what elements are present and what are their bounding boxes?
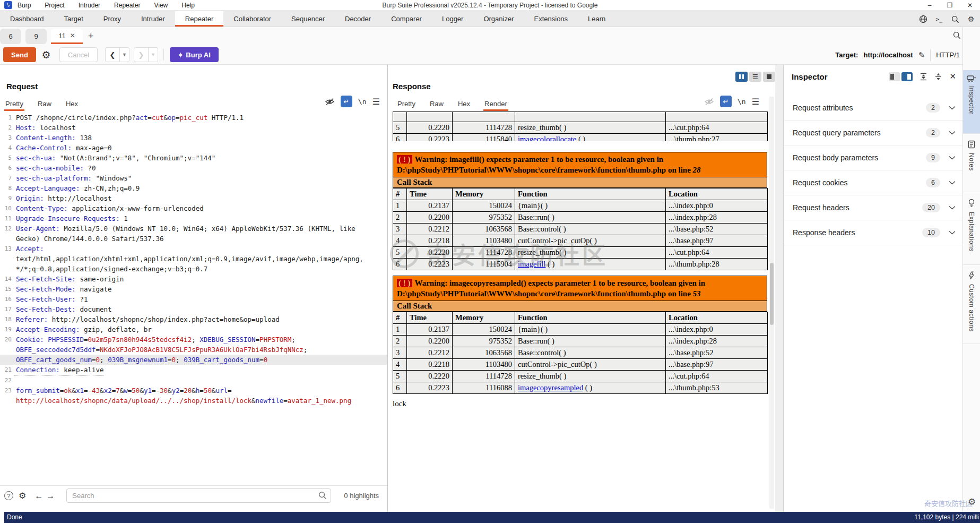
stack-location-cell: ...\base.php:97 <box>666 359 768 371</box>
request-editor[interactable]: 1POST /shopnc/circle/index.php?act=cut&o… <box>0 113 387 484</box>
repeater-tab-6[interactable]: 6 <box>0 29 21 44</box>
globe-icon[interactable] <box>918 14 928 24</box>
tab-extensions[interactable]: Extensions <box>524 11 578 27</box>
inspector-row-request-body-parameters[interactable]: Request body parameters9 <box>784 145 963 170</box>
forward-dropdown-icon[interactable]: ▼ <box>149 47 158 62</box>
menu-project[interactable]: Project <box>45 2 64 9</box>
gear-icon[interactable]: ⚙ <box>966 14 976 24</box>
tab-comparer[interactable]: Comparer <box>381 11 432 27</box>
prev-match-arrow-icon[interactable]: ← <box>34 491 43 501</box>
inspector-row-request-headers[interactable]: Request headers20 <box>784 195 963 220</box>
php-function-link[interactable]: imagecolorallocate <box>518 135 576 141</box>
expand-all-icon[interactable] <box>920 73 927 81</box>
chevron-down-icon[interactable] <box>949 205 956 210</box>
tab-sequencer[interactable]: Sequencer <box>281 11 335 27</box>
next-match-arrow-icon[interactable]: → <box>46 491 55 501</box>
layout-rows-icon[interactable]: ☰ <box>749 72 761 82</box>
inspector-row-response-headers[interactable]: Response headers10 <box>784 220 963 245</box>
response-tab-render[interactable]: Render <box>484 100 507 110</box>
edit-target-pencil-icon[interactable]: ✎ <box>918 50 925 60</box>
inspector-row-request-query-parameters[interactable]: Request query parameters2 <box>784 121 963 145</box>
repeater-tab-11[interactable]: 11✕ <box>51 29 83 44</box>
show-newlines-icon[interactable]: \n <box>358 98 367 106</box>
send-settings-gear-icon[interactable]: ⚙ <box>39 47 53 62</box>
chevron-down-icon[interactable] <box>949 106 956 110</box>
menu-help[interactable]: Help <box>181 2 195 9</box>
chevron-down-icon[interactable] <box>949 156 956 160</box>
settings-gear-icon[interactable]: ⚙ <box>963 496 980 508</box>
chevron-down-icon[interactable] <box>949 181 956 185</box>
strip-tab-explanations[interactable]: Explanations <box>963 194 980 265</box>
response-view-icons: ↵ \n ☰ <box>704 96 759 107</box>
php-function-link[interactable]: imagecopyresampled <box>518 383 583 392</box>
back-dropdown-icon[interactable]: ▼ <box>120 47 129 62</box>
maximize-icon[interactable]: ❐ <box>940 2 960 9</box>
inspector-row-request-cookies[interactable]: Request cookies6 <box>784 170 963 195</box>
response-tab-raw[interactable]: Raw <box>430 100 444 110</box>
tab-organizer[interactable]: Organizer <box>473 11 524 27</box>
search-input[interactable] <box>66 488 331 503</box>
stack-memory-cell: 150024 <box>453 324 515 336</box>
close-inspector-icon[interactable]: ✕ <box>949 72 956 81</box>
layout-single-icon[interactable] <box>763 72 775 82</box>
tab-learn[interactable]: Learn <box>578 11 615 27</box>
close-icon[interactable]: ✕ <box>960 2 980 9</box>
inspector-row-request-attributes[interactable]: Request attributes2 <box>784 96 963 121</box>
collapse-all-icon[interactable] <box>934 73 942 81</box>
editor-menu-icon[interactable]: ☰ <box>752 97 759 107</box>
request-tab-pretty[interactable]: Pretty <box>5 100 23 110</box>
chevron-down-icon[interactable] <box>949 131 956 135</box>
close-tab-icon[interactable]: ✕ <box>70 32 75 39</box>
strip-tab-notes[interactable]: Notes <box>963 136 980 192</box>
show-newlines-icon[interactable]: \n <box>738 98 746 106</box>
tab-decoder[interactable]: Decoder <box>335 11 381 27</box>
tab-target[interactable]: Target <box>54 11 93 27</box>
php-function-link[interactable]: imagefill <box>518 260 545 268</box>
line-content <box>14 375 16 385</box>
menu-repeater[interactable]: Repeater <box>114 2 140 9</box>
request-tab-raw[interactable]: Raw <box>38 100 51 110</box>
response-tab-pretty[interactable]: Pretty <box>397 100 415 110</box>
tab-logger[interactable]: Logger <box>432 11 473 27</box>
hide-matches-icon[interactable] <box>325 98 335 106</box>
php-warning-block: ( ! )Warning: imagecopyresampled() expec… <box>393 276 767 394</box>
forward-button[interactable]: ❯ <box>134 47 149 62</box>
strip-tab-custom-actions[interactable]: Custom actions <box>963 267 980 344</box>
repeater-tab-9[interactable]: 9 <box>25 29 47 44</box>
hide-matches-icon[interactable] <box>704 98 714 106</box>
tab-repeater[interactable]: Repeater <box>175 11 223 27</box>
menu-view[interactable]: View <box>154 2 168 9</box>
layout-columns-icon[interactable] <box>735 72 748 82</box>
dock-right-icon[interactable] <box>901 72 913 81</box>
tab-collaborator[interactable]: Collaborator <box>223 11 281 27</box>
menu-burp[interactable]: Burp <box>18 2 31 9</box>
soft-wrap-icon[interactable]: ↵ <box>341 96 352 107</box>
request-line: Gecko) Chrome/144.0.0.0 Safari/537.36 <box>0 234 387 244</box>
editor-menu-icon[interactable]: ☰ <box>372 97 380 107</box>
request-tab-hex[interactable]: Hex <box>66 100 78 110</box>
menu-intruder[interactable]: Intruder <box>79 2 100 9</box>
panel-splitter[interactable] <box>775 65 784 512</box>
response-scrollbar[interactable] <box>769 97 774 509</box>
tab-dashboard[interactable]: Dashboard <box>0 11 54 27</box>
back-button[interactable]: ❮ <box>105 47 120 62</box>
search-icon[interactable] <box>953 31 961 39</box>
add-tab-button[interactable]: + <box>88 29 94 44</box>
dock-left-icon[interactable] <box>889 72 900 81</box>
soft-wrap-icon[interactable]: ↵ <box>720 96 732 107</box>
http-version-selector[interactable]: HTTP/1 <box>936 51 960 59</box>
minimize-icon[interactable]: – <box>920 2 940 9</box>
chevron-down-icon[interactable] <box>949 230 956 235</box>
response-tab-hex[interactable]: Hex <box>458 100 470 110</box>
send-button[interactable]: Send <box>3 47 36 62</box>
terminal-icon[interactable]: >_ <box>934 14 944 24</box>
help-icon[interactable]: ? <box>4 491 13 500</box>
search-icon[interactable] <box>950 14 960 24</box>
search-settings-gear-icon[interactable]: ⚙ <box>19 491 26 501</box>
scrollbar-thumb[interactable] <box>770 263 774 325</box>
tab-proxy[interactable]: Proxy <box>93 11 131 27</box>
strip-tab-inspector[interactable]: Inspector <box>963 70 980 134</box>
cancel-button[interactable]: Cancel <box>59 47 98 62</box>
burp-ai-button[interactable]: ✦Burp AI <box>170 47 219 62</box>
tab-intruder[interactable]: Intruder <box>131 11 175 27</box>
